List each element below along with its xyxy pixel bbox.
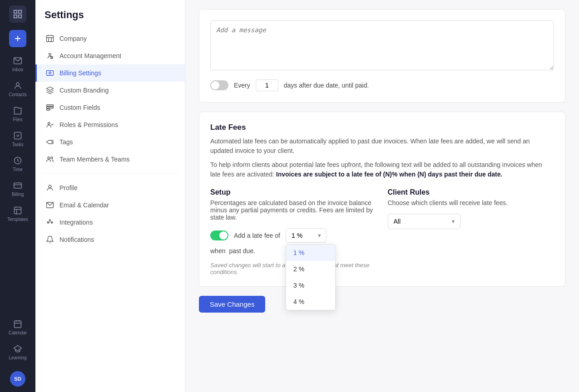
sidebar-item-custom-fields[interactable]: Custom Fields <box>35 99 185 116</box>
sidebar-section-2: Profile Email & Calendar Integrations No… <box>35 179 185 248</box>
svg-point-27 <box>51 157 53 159</box>
nav-learning[interactable]: Learning <box>0 341 35 364</box>
fee-option-3[interactable]: 3 % <box>286 277 335 294</box>
message-textarea[interactable] <box>210 20 554 70</box>
main-content: Every days after due date, until paid. L… <box>185 0 579 392</box>
svg-rect-13 <box>47 35 54 42</box>
sidebar-item-account-mgmt[interactable]: Account Management <box>35 47 185 64</box>
nav-files[interactable]: Files <box>0 103 35 126</box>
svg-point-31 <box>51 222 53 223</box>
svg-rect-4 <box>14 183 22 188</box>
nav-time[interactable]: Time <box>0 152 35 176</box>
sidebar-item-profile[interactable]: Profile <box>35 179 185 196</box>
sidebar-item-billing-settings[interactable]: Billing Settings <box>35 64 185 82</box>
sidebar-divider <box>43 173 178 174</box>
sidebar-item-roles[interactable]: Roles & Permissions <box>35 116 185 133</box>
save-changes-button[interactable]: Save Changes <box>199 296 265 313</box>
every-toggle-row: Every days after due date, until paid. <box>210 79 554 91</box>
message-card: Every days after due date, until paid. <box>199 9 565 103</box>
late-fees-title: Late Fees <box>210 123 554 132</box>
svg-point-26 <box>48 157 50 159</box>
sidebar-item-notifications[interactable]: Notifications <box>35 231 185 248</box>
fee-dropdown-menu: 1 % 2 % 3 % 4 % <box>286 244 336 310</box>
fee-option-2[interactable]: 2 % <box>286 261 335 277</box>
nav-calendar[interactable]: Calendar <box>0 316 35 339</box>
late-fees-columns: Setup Percentages are calculated based o… <box>210 188 554 275</box>
setup-column: Setup Percentages are calculated based o… <box>210 188 377 275</box>
sidebar-item-email-calendar[interactable]: Email & Calendar <box>35 196 185 214</box>
app-logo <box>9 5 26 23</box>
save-row: Save Changes <box>199 296 565 313</box>
svg-point-25 <box>52 142 53 142</box>
nav-tasks[interactable]: Tasks <box>0 127 35 151</box>
sidebar-item-integrations[interactable]: Integrations <box>35 214 185 231</box>
client-rules-column: Client Rules Choose which clients will r… <box>388 188 554 275</box>
late-fees-bold: Invoices are subject to a late fee of (N… <box>276 171 503 178</box>
nav-contacts[interactable]: Contacts <box>0 78 35 101</box>
client-rules-title: Client Rules <box>388 188 554 196</box>
fee-select-wrapper: 1 % 2 % 3 % 4 % ▼ 1 % 2 % 3 % <box>286 228 327 243</box>
svg-point-28 <box>49 185 51 188</box>
svg-point-20 <box>49 72 51 74</box>
client-select-wrapper: All None Custom ▼ <box>388 214 460 229</box>
late-fees-card: Late Fees Automated late fees can be aut… <box>199 112 565 287</box>
nav-billing[interactable]: Billing <box>0 177 35 201</box>
client-select[interactable]: All None Custom <box>388 214 460 229</box>
nav-inbox[interactable]: Inbox <box>0 53 35 76</box>
late-fees-desc1: Automated late fees can be automatically… <box>210 137 554 156</box>
setup-desc: Percentages are calculated based on the … <box>210 199 377 221</box>
svg-rect-19 <box>47 71 54 76</box>
sidebar-item-tags[interactable]: Tags <box>35 133 185 151</box>
svg-rect-23 <box>47 109 50 110</box>
late-fee-toggle[interactable] <box>210 230 228 240</box>
client-rules-desc: Choose which clients will receive late f… <box>388 199 554 206</box>
svg-rect-2 <box>15 132 21 139</box>
add-button[interactable] <box>9 30 26 47</box>
nav-templates[interactable]: Templates <box>0 202 35 225</box>
svg-point-30 <box>47 222 49 223</box>
fee-option-1[interactable]: 1 % <box>286 245 335 261</box>
nav-bar: Inbox Contacts Files Tasks Time Billing … <box>0 0 35 392</box>
svg-point-1 <box>16 83 20 86</box>
sidebar-section-1: Company Account Management Billing Setti… <box>35 30 185 168</box>
settings-sidebar: Settings Company Account Management Bill… <box>35 0 185 392</box>
setup-title: Setup <box>210 188 377 196</box>
user-avatar[interactable]: SD <box>10 371 25 387</box>
svg-rect-6 <box>15 207 21 214</box>
page-title: Settings <box>35 9 185 30</box>
svg-point-17 <box>49 54 51 56</box>
sidebar-item-custom-branding[interactable]: Custom Branding <box>35 82 185 99</box>
fee-select[interactable]: 1 % 2 % 3 % 4 % <box>286 228 327 243</box>
svg-rect-9 <box>15 321 21 328</box>
svg-point-24 <box>48 122 50 125</box>
svg-rect-21 <box>47 105 54 106</box>
svg-rect-22 <box>47 107 54 108</box>
sidebar-item-company[interactable]: Company <box>35 30 185 47</box>
late-fee-row: Add a late fee of 1 % 2 % 3 % 4 % ▼ <box>210 228 377 243</box>
sidebar-item-team-members[interactable]: Team Members & Teams <box>35 151 185 168</box>
late-fee-toggle-thumb <box>219 231 228 240</box>
days-input[interactable] <box>256 79 278 91</box>
every-toggle[interactable] <box>210 80 228 90</box>
fee-option-4[interactable]: 4 % <box>286 294 335 310</box>
late-fees-desc2: To help inform clients about potential l… <box>210 160 554 179</box>
every-toggle-thumb <box>211 81 219 89</box>
